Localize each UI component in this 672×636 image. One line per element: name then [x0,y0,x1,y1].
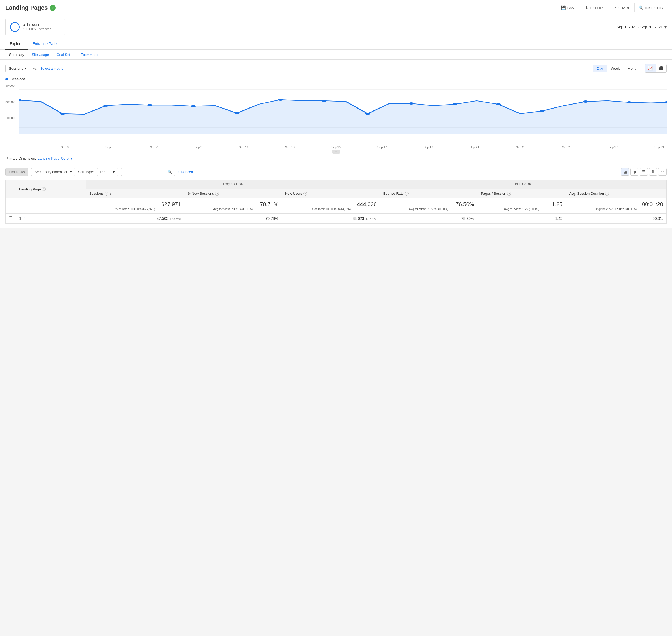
pages-per-session-help-icon[interactable]: ? [507,192,511,196]
export-button[interactable]: ⬇ EXPORT [581,3,609,13]
x-label-sep15: Sep 15 [331,145,341,149]
save-button[interactable]: 💾 SAVE [557,3,581,13]
total-bounce-rate-cell: 76.56% Avg for View: 76.56% (0.00%) [380,199,477,214]
chart-legend: Sessions [5,77,667,81]
th-new-users: New Users ? [282,189,380,199]
sort-type-arrow-icon: ▾ [113,170,115,174]
row1-sessions-pct: (7.56%) [171,217,181,220]
scatter-chart-btn[interactable]: ⚫ [656,64,666,72]
total-pages-per-session-cell: 1.25 Avg for View: 1.25 (0.00%) [477,199,566,214]
chart-scroll-button[interactable]: ▾ [5,150,667,154]
line-chart-btn[interactable]: 📈 [645,64,656,72]
tab-entrance-paths[interactable]: Entrance Paths [28,38,63,50]
segment-card: All Users 100.00% Entrances [5,19,65,35]
sessions-sort-icon: ↓ [110,192,111,196]
secondary-dimension-dropdown[interactable]: Secondary dimension ▾ [31,168,75,176]
sessions-help-icon[interactable]: ? [104,192,108,196]
total-new-users-value: 444,026 [285,201,377,207]
total-bounce-rate-sub: Avg for View: 76.56% (0.00%) [383,207,474,211]
total-avg-session-duration-value: 00:01:20 [569,201,663,207]
bounce-rate-help-icon[interactable]: ? [405,192,408,196]
table-row: 1 / 47,505 (7.56%) 70.78% 33,623 (7.57%)… [6,214,667,224]
x-label-sep7: Sep 7 [150,145,158,149]
table-compare-btn[interactable]: ⇅ [649,168,657,176]
tab-explorer[interactable]: Explorer [5,38,28,50]
search-input[interactable] [124,170,168,174]
segment-info: All Users 100.00% Entrances [23,23,51,31]
other-dimension-dropdown[interactable]: Other ▾ [61,156,73,160]
sub-tab-goal-set-1[interactable]: Goal Set 1 [53,50,77,59]
svg-point-16 [496,103,501,105]
row1-sessions-cell: 47,505 (7.56%) [86,214,184,224]
row1-landing-page-link[interactable]: / [23,216,24,221]
y-label-30k: 30,000 [5,84,15,87]
table-pie-btn[interactable]: ◑ [630,168,638,176]
share-button[interactable]: ↗ SHARE [609,3,634,13]
landing-page-help-icon[interactable]: ? [42,187,46,191]
svg-point-8 [147,104,152,106]
share-icon: ↗ [613,5,617,10]
segment-circle-icon [10,22,20,32]
th-avg-session-duration: Avg. Session Duration ? [566,189,666,199]
scroll-down-icon[interactable]: ▾ [332,150,340,154]
total-landing-page-cell [16,199,86,214]
x-label-dots: ... [22,145,24,149]
th-bounce-rate: Bounce Rate ? [380,189,477,199]
row1-new-users-pct: (7.57%) [366,217,377,220]
row1-new-users-cell: 33,623 (7.57%) [282,214,380,224]
row1-checkbox[interactable] [9,216,13,220]
primary-dimension-name[interactable]: Landing Page [38,156,59,160]
table-pivot-btn[interactable]: ⚏ [658,168,667,176]
time-btn-day[interactable]: Day [593,65,607,72]
total-sessions-cell: 627,971 % of Total: 100.00% (627,971) [86,199,184,214]
row1-pct-new-sessions-value: 70.78% [265,216,278,221]
chart-y-labels: 30,000 20,000 10,000 [5,84,16,138]
top-bar: Landing Pages ✓ 💾 SAVE ⬇ EXPORT ↗ SHARE … [0,0,672,16]
select-metric-link[interactable]: Select a metric [40,66,63,71]
th-landing-page: Landing Page ? [16,180,86,199]
primary-dimension-bar: Primary Dimension: Landing Page Other ▾ [5,154,667,164]
total-sessions-sub: % of Total: 100.00% (627,971) [89,207,181,211]
metric-dropdown-label: Sessions [9,66,23,71]
date-range-picker[interactable]: Sep 1, 2021 - Sep 30, 2021 ▾ [617,24,667,30]
x-label-sep3: Sep 3 [61,145,69,149]
search-box[interactable]: 🔍 [121,168,175,176]
y-label-10k: 10,000 [5,116,15,120]
total-new-users-sub: % of Total: 100.00% (444,026) [285,207,377,211]
sub-tabs-bar: Summary Site Usage Goal Set 1 Ecommerce [0,50,672,60]
total-checkbox-cell [6,199,16,214]
primary-dimension-label: Primary Dimension: [5,156,36,160]
sort-type-dropdown[interactable]: Default ▾ [97,168,118,176]
x-label-sep29: Sep 29 [654,145,664,149]
sub-tab-summary[interactable]: Summary [5,50,28,59]
x-label-sep27: Sep 27 [608,145,618,149]
sub-tab-site-usage[interactable]: Site Usage [28,50,53,59]
x-label-sep23: Sep 23 [516,145,525,149]
search-icon: 🔍 [168,170,172,174]
date-range-arrow-icon: ▾ [665,24,667,30]
total-pages-per-session-value: 1.25 [481,201,562,207]
advanced-link[interactable]: advanced [178,170,193,174]
time-btn-month[interactable]: Month [624,65,641,72]
total-pct-new-sessions-sub: Avg for View: 70.71% (0.00%) [188,207,278,211]
insights-button[interactable]: 🔍 INSIGHTS [634,3,667,13]
row1-checkbox-cell [6,214,16,224]
pct-new-sessions-help-icon[interactable]: ? [215,192,219,196]
avg-session-duration-help-icon[interactable]: ? [605,192,609,196]
sort-type-label: Sort Type: [78,170,94,174]
new-users-help-icon[interactable]: ? [304,192,307,196]
table-grid-btn[interactable]: ▦ [621,168,629,176]
th-acquisition: Acquisition [86,180,380,189]
row1-avg-session-duration-value: 00:01: [653,216,663,221]
page-title: Landing Pages ✓ [5,4,56,11]
time-btn-week[interactable]: Week [607,65,624,72]
other-dimension-text: Other [61,156,70,160]
date-range-text: Sep 1, 2021 - Sep 30, 2021 [617,25,663,29]
insights-icon: 🔍 [638,5,644,10]
table-list-btn[interactable]: ☰ [639,168,648,176]
metric-dropdown[interactable]: Sessions ▾ [5,64,30,72]
sub-tab-ecommerce[interactable]: Ecommerce [77,50,103,59]
total-pct-new-sessions-cell: 70.71% Avg for View: 70.71% (0.00%) [184,199,282,214]
row1-new-users-value: 33,623 [352,216,364,221]
segment-name: All Users [23,23,51,27]
